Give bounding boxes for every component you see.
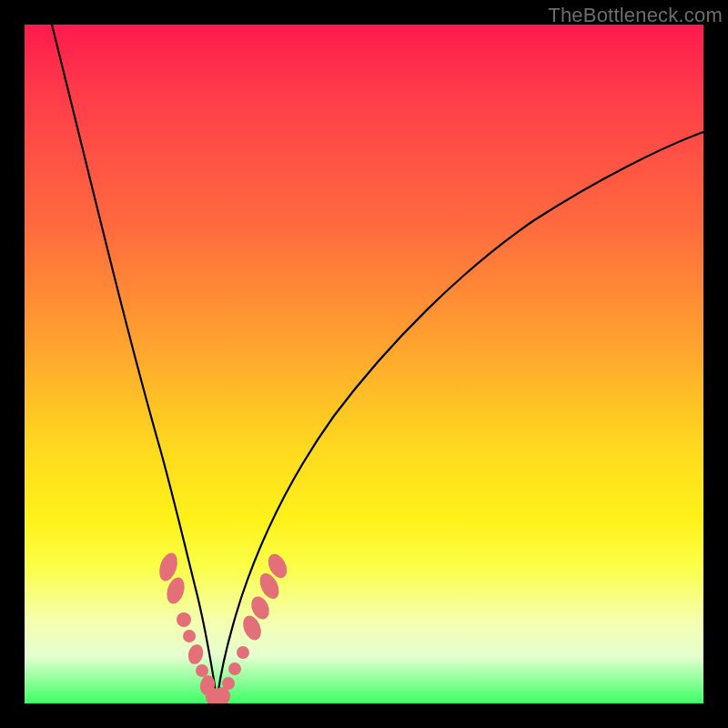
marker-left-3 [177, 612, 191, 627]
marker-right-2 [222, 677, 235, 690]
curve-right-arm [217, 132, 703, 703]
marker-right-3 [228, 662, 241, 675]
curve-left-arm [52, 25, 217, 703]
plot-area [25, 25, 703, 703]
marker-left-4 [183, 630, 196, 642]
marker-left-5 [187, 642, 206, 665]
marker-left-6 [196, 664, 208, 677]
marker-right-4 [237, 646, 249, 659]
chart-frame: TheBottleneck.com [0, 0, 728, 728]
curve-layer [25, 25, 703, 703]
